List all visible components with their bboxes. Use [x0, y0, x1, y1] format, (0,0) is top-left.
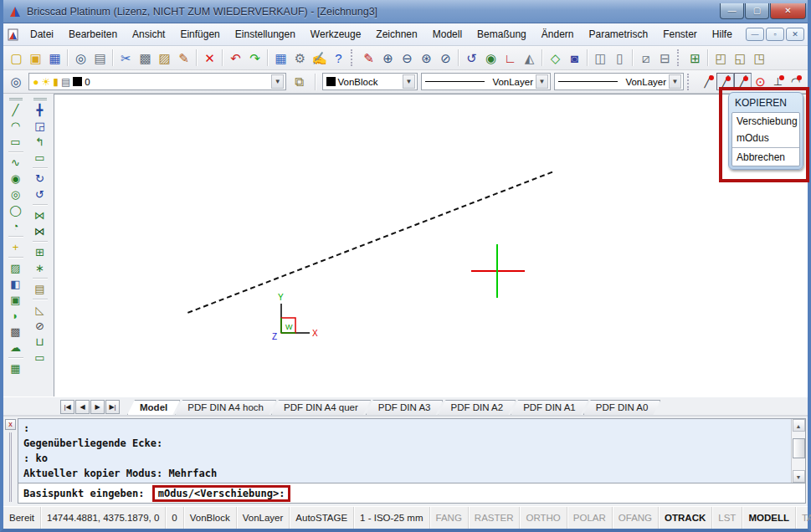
mirror-3d-icon[interactable]: ⋈: [31, 223, 49, 239]
menu-zeichnen[interactable]: Zeichnen: [368, 25, 424, 43]
break-icon[interactable]: ⊘: [31, 318, 49, 334]
donut-icon[interactable]: ◎: [7, 187, 25, 202]
layer-print-icon[interactable]: ▤: [61, 77, 70, 87]
tab-pdf-din-a0[interactable]: PDF DIN A0: [583, 400, 661, 415]
sketch-icon[interactable]: ✎: [359, 49, 378, 67]
toolbar-grip[interactable]: [9, 98, 23, 100]
settings-icon[interactable]: ⚙: [290, 49, 310, 67]
polyline-blob-icon[interactable]: ◗: [7, 308, 25, 324]
status-toggle-ofang[interactable]: OFANG: [613, 507, 659, 529]
join-entities-icon[interactable]: ◱: [731, 49, 750, 67]
new-drawing-icon[interactable]: ▢: [7, 49, 26, 67]
region-icon[interactable]: ▣: [7, 292, 25, 308]
open-icon[interactable]: ▣: [26, 49, 45, 67]
drawing-explorer-icon[interactable]: ▦: [271, 49, 290, 67]
layer-explorer-icon[interactable]: ◎: [7, 73, 25, 91]
ucs-axes-icon[interactable]: ∟: [500, 49, 520, 67]
hatch-icon[interactable]: ▨: [7, 260, 25, 276]
rectangle3d-icon[interactable]: ▭: [31, 150, 49, 166]
toolbar-grip[interactable]: [33, 98, 47, 100]
layer-on-icon[interactable]: ●: [33, 77, 38, 87]
array-classic-icon[interactable]: ◳: [750, 49, 769, 67]
view-eye-icon[interactable]: ◉: [481, 49, 500, 67]
menu-ansicht[interactable]: Ansicht: [125, 25, 172, 43]
solids-icon[interactable]: ⊟: [655, 49, 675, 67]
render-icon[interactable]: ◙: [565, 49, 584, 67]
paste-icon[interactable]: ▨: [155, 49, 174, 67]
toolbar-grip[interactable]: [677, 49, 680, 66]
status-toggle-raster[interactable]: RASTER: [469, 507, 521, 529]
menu-bearbeiten[interactable]: Bearbeiten: [61, 25, 125, 43]
lineweight-combo-arrow-icon[interactable]: ▼: [669, 74, 681, 89]
notes-icon[interactable]: ✍: [310, 49, 329, 67]
polyline-icon[interactable]: ▭: [7, 134, 25, 150]
document-icon[interactable]: [7, 28, 19, 41]
status-cell-2[interactable]: 0: [166, 507, 183, 529]
scroll-down-icon[interactable]: ▼: [793, 470, 805, 483]
undo-icon[interactable]: ↶: [226, 49, 245, 67]
tab-pdf-din-a2[interactable]: PDF DIN A2: [438, 400, 516, 415]
box-3d-icon[interactable]: ◇: [546, 49, 565, 67]
mirror-icon[interactable]: ⋈: [31, 207, 49, 223]
explode-icon[interactable]: ◰: [711, 49, 731, 67]
rotate-3d-icon[interactable]: ↺: [31, 187, 49, 202]
revision-cloud-icon[interactable]: ☁: [7, 340, 25, 356]
close-button[interactable]: ✕: [770, 3, 806, 19]
status-toggle-otrack[interactable]: OTRACK: [659, 507, 712, 529]
tab-nav-button-3[interactable]: ▶|: [105, 400, 120, 414]
save-icon[interactable]: ▦: [45, 49, 64, 67]
tab-model[interactable]: Model: [127, 400, 180, 415]
print-preview-icon[interactable]: ◎: [71, 49, 90, 67]
menu-einstellungen[interactable]: Einstellungen: [228, 25, 303, 43]
mdi-minimize-button[interactable]: —: [746, 28, 764, 41]
mdi-restore-button[interactable]: ▫: [766, 28, 784, 41]
command-input[interactable]: Basispunkt eingeben: mOdus/<Verschiebung…: [18, 483, 805, 503]
prompt-menu-item-abbrechen[interactable]: Abbrechen: [732, 149, 799, 166]
layer-freeze-icon[interactable]: ☀: [42, 77, 51, 87]
wipeout-icon[interactable]: ▩: [7, 324, 25, 340]
trim-icon[interactable]: ◺: [31, 302, 49, 318]
color-combo-arrow-icon[interactable]: ▼: [403, 74, 415, 89]
mdi-close-button[interactable]: ✕: [786, 28, 804, 41]
circle-icon[interactable]: ◉: [7, 171, 25, 187]
linetype-combo-arrow-icon[interactable]: ▼: [536, 74, 548, 89]
prompt-menu-item-modus[interactable]: mOdus: [732, 130, 799, 146]
snap-nearest-icon[interactable]: ╱: [699, 73, 716, 90]
scroll-thumb[interactable]: [793, 438, 805, 458]
menu-einf-gen[interactable]: Einfügen: [172, 25, 227, 43]
status-toggle-tablett[interactable]: TABLETT: [796, 507, 811, 529]
menu-fenster[interactable]: Fenster: [655, 25, 705, 43]
entity-props-icon[interactable]: ⧄: [636, 49, 655, 67]
gradient-icon[interactable]: ◧: [7, 276, 25, 292]
delete-icon[interactable]: ✕: [200, 49, 219, 67]
tab-nav-button-2[interactable]: ▶: [90, 400, 105, 414]
menu-bema-ung[interactable]: Bemaßung: [470, 25, 534, 43]
cut-icon[interactable]: ✂: [116, 49, 136, 67]
copy-icon[interactable]: ▩: [136, 49, 155, 67]
menu-modell[interactable]: Modell: [425, 25, 470, 43]
table-icon[interactable]: ▦: [7, 361, 25, 376]
help-icon[interactable]: ?: [329, 49, 348, 67]
status-toggle-lst[interactable]: LST: [712, 507, 742, 529]
perspective-icon[interactable]: ◭: [520, 49, 539, 67]
status-toggle-ortho[interactable]: ORTHO: [520, 507, 567, 529]
tile-vertical-icon[interactable]: ◫: [591, 49, 610, 67]
maximize-button[interactable]: ▢: [745, 3, 769, 19]
linetype-combo[interactable]: VonLayer ▼: [421, 73, 551, 90]
drawing-canvas[interactable]: Y X Z W: [54, 94, 808, 396]
menu--ndern[interactable]: Ändern: [534, 25, 582, 43]
rotate-icon[interactable]: ↻: [31, 171, 49, 187]
command-drag-grip[interactable]: [9, 432, 12, 502]
array-icon[interactable]: ⊞: [31, 244, 49, 260]
arc-icon[interactable]: ◠: [7, 118, 25, 134]
tab-nav-button-1[interactable]: ◀: [75, 400, 90, 414]
menu-datei[interactable]: Datei: [23, 25, 61, 43]
snap-toolbar-grip[interactable]: [687, 74, 690, 90]
command-close-button[interactable]: x: [5, 419, 16, 430]
move-icon[interactable]: ╋: [31, 102, 49, 118]
print-icon[interactable]: ▤: [90, 49, 110, 67]
join-icon[interactable]: ⊔: [31, 334, 49, 350]
menu-hilfe[interactable]: Hilfe: [705, 25, 740, 43]
tab-nav-button-0[interactable]: |◀: [60, 400, 74, 414]
minimize-button[interactable]: —: [720, 3, 744, 19]
